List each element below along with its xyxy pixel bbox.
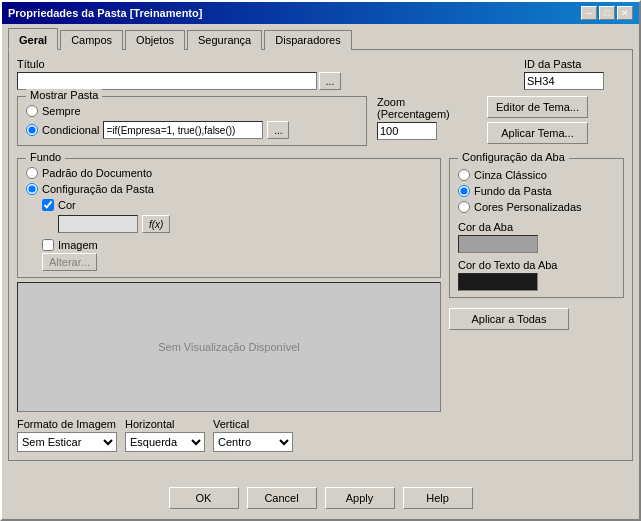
conditional-browse-button[interactable]: ... [267, 121, 289, 139]
doc-default-radio[interactable] [26, 167, 38, 179]
tab-config-group: Configuração da Aba Cinza Clássico Fundo… [449, 158, 624, 298]
theme-buttons: Editor de Tema... Aplicar Tema... [487, 96, 588, 152]
title-bar: Propriedades da Pasta [Treinamento] ─ □ … [2, 2, 639, 24]
help-button[interactable]: Help [403, 487, 473, 509]
folder-bg-radio[interactable] [458, 185, 470, 197]
custom-colors-radio[interactable] [458, 201, 470, 213]
color-checkbox-label[interactable]: Cor [42, 199, 432, 211]
footer-buttons: OK Cancel Apply Help [2, 487, 639, 509]
horizontal-select[interactable]: Esquerda Centro Direita [125, 432, 205, 452]
horizontal-section: Horizontal Esquerda Centro Direita [125, 418, 205, 452]
minimize-button[interactable]: ─ [581, 6, 597, 20]
horizontal-label: Horizontal [125, 418, 205, 430]
folder-bg-radio-label[interactable]: Fundo da Pasta [458, 185, 615, 197]
folder-config-radio-label[interactable]: Configuração da Pasta [26, 183, 432, 195]
show-folder-label: Mostrar Pasta [26, 89, 102, 101]
image-checkbox[interactable] [42, 239, 54, 251]
id-label: ID da Pasta [524, 58, 624, 70]
tab-disparadores[interactable]: Disparadores [264, 30, 351, 50]
tab-geral[interactable]: Geral [8, 28, 58, 50]
tab-config-label: Configuração da Aba [458, 151, 569, 163]
fx-button[interactable]: f(x) [142, 215, 170, 233]
tab-text-color-swatch[interactable] [458, 273, 538, 291]
conditional-label: Condicional [42, 124, 99, 136]
change-button[interactable]: Alterar... [42, 253, 97, 271]
tab-content: Título ... ID da Pasta Mostrar Pas [8, 49, 633, 461]
tab-objetos[interactable]: Objetos [125, 30, 185, 50]
main-columns: Fundo Padrão do Documento Configuração d… [17, 158, 624, 452]
classic-gray-label: Cinza Clássico [474, 169, 547, 181]
conditional-expr-input[interactable] [103, 121, 263, 139]
image-format-label: Formato de Imagem [17, 418, 117, 430]
tab-color-swatch[interactable] [458, 235, 538, 253]
custom-colors-label: Cores Personalizadas [474, 201, 582, 213]
zoom-section: Zoom (Percentagem) [377, 96, 477, 152]
title-input[interactable] [17, 72, 317, 90]
main-window: Propriedades da Pasta [Treinamento] ─ □ … [0, 0, 641, 521]
title-section: Título ... [17, 58, 514, 90]
color-swatch[interactable] [58, 215, 138, 233]
folder-config-radio[interactable] [26, 183, 38, 195]
conditional-radio-label[interactable]: Condicional [26, 124, 99, 136]
preview-text: Sem Visualização Disponível [158, 341, 300, 353]
color-checkbox[interactable] [42, 199, 54, 211]
tab-bar: Geral Campos Objetos Segurança Disparado… [8, 30, 633, 50]
tab-color-label: Cor da Aba [458, 221, 615, 233]
doc-default-radio-label[interactable]: Padrão do Documento [26, 167, 432, 179]
preview-area: Sem Visualização Disponível [17, 282, 441, 412]
maximize-button[interactable]: □ [599, 6, 615, 20]
tab-seguranca[interactable]: Segurança [187, 30, 262, 50]
image-checkbox-label[interactable]: Imagem [42, 239, 432, 251]
window-controls: ─ □ ✕ [581, 6, 633, 20]
content-area: Geral Campos Objetos Segurança Disparado… [2, 24, 639, 467]
id-input[interactable] [524, 72, 604, 90]
folder-bg-label: Fundo da Pasta [474, 185, 552, 197]
tab-text-color-label: Cor do Texto da Aba [458, 259, 615, 271]
apply-theme-button[interactable]: Aplicar Tema... [487, 122, 588, 144]
image-label: Imagem [58, 239, 98, 251]
format-controls: Formato de Imagem Sem Esticar Esticar Ma… [17, 418, 441, 452]
window-title: Propriedades da Pasta [Treinamento] [8, 7, 202, 19]
color-label: Cor [58, 199, 76, 211]
always-radio-label[interactable]: Sempre [26, 105, 358, 117]
left-column: Fundo Padrão do Documento Configuração d… [17, 158, 441, 452]
tab-campos[interactable]: Campos [60, 30, 123, 50]
apply-all-button[interactable]: Aplicar a Todas [449, 308, 569, 330]
id-section: ID da Pasta [524, 58, 624, 90]
background-group: Fundo Padrão do Documento Configuração d… [17, 158, 441, 278]
folder-config-label: Configuração da Pasta [42, 183, 154, 195]
custom-colors-radio-label[interactable]: Cores Personalizadas [458, 201, 615, 213]
vertical-section: Vertical Centro Topo Base [213, 418, 293, 452]
zoom-label: Zoom (Percentagem) [377, 96, 477, 120]
show-folder-group: Mostrar Pasta Sempre Condicional [17, 96, 367, 146]
zoom-input[interactable] [377, 122, 437, 140]
title-browse-button[interactable]: ... [319, 72, 341, 90]
vertical-select[interactable]: Centro Topo Base [213, 432, 293, 452]
title-field-label: Título [17, 58, 514, 70]
background-label: Fundo [26, 151, 65, 163]
right-column: Configuração da Aba Cinza Clássico Fundo… [449, 158, 624, 452]
apply-button[interactable]: Apply [325, 487, 395, 509]
cancel-button[interactable]: Cancel [247, 487, 317, 509]
ok-button[interactable]: OK [169, 487, 239, 509]
always-radio[interactable] [26, 105, 38, 117]
always-label: Sempre [42, 105, 81, 117]
vertical-label: Vertical [213, 418, 293, 430]
editor-theme-button[interactable]: Editor de Tema... [487, 96, 588, 118]
conditional-radio[interactable] [26, 124, 38, 136]
classic-gray-radio-label[interactable]: Cinza Clássico [458, 169, 615, 181]
doc-default-label: Padrão do Documento [42, 167, 152, 179]
image-format-select[interactable]: Sem Esticar Esticar Manter Aspecto Ladri… [17, 432, 117, 452]
classic-gray-radio[interactable] [458, 169, 470, 181]
close-button[interactable]: ✕ [617, 6, 633, 20]
image-format-section: Formato de Imagem Sem Esticar Esticar Ma… [17, 418, 117, 452]
